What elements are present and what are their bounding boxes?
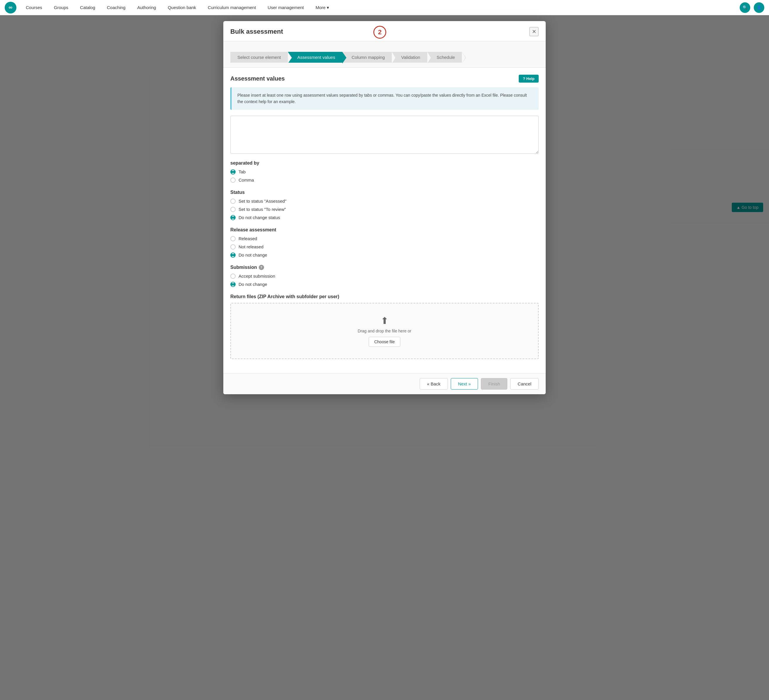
submission-info-icon[interactable]: ? — [259, 265, 264, 270]
nav-courses[interactable]: Courses — [23, 4, 45, 11]
nav-coaching[interactable]: Coaching — [105, 4, 128, 11]
drag-drop-text: Drag and drop the file here or — [237, 329, 532, 333]
modal-title: Bulk assessment — [230, 28, 283, 35]
nav-right: 🔍 👤 — [740, 2, 764, 13]
radio-do-not-change-release-circle — [230, 252, 236, 258]
back-button[interactable]: « Back — [420, 378, 448, 390]
wizard-step-column-mapping[interactable]: Column mapping — [342, 52, 392, 63]
bulk-assessment-modal: 2 Bulk assessment ✕ Select course elemen… — [223, 21, 546, 394]
nav-authoring[interactable]: Authoring — [135, 4, 158, 11]
submission-radio-group: Accept submission Do not change — [230, 273, 539, 287]
wizard-step-assessment-values[interactable]: Assessment values — [288, 52, 342, 63]
modal-close-button[interactable]: ✕ — [529, 27, 539, 36]
radio-status-assessed[interactable]: Set to status "Assessed" — [230, 199, 539, 204]
wizard-step-select-course[interactable]: Select course element — [230, 52, 288, 63]
file-upload-dropzone[interactable]: ⬆ Drag and drop the file here or Choose … — [230, 303, 539, 359]
wizard-step-schedule[interactable]: Schedule — [427, 52, 462, 63]
return-files-label: Return files (ZIP Archive with subfolder… — [230, 294, 539, 299]
section-title-text: Assessment values — [230, 75, 285, 82]
separated-by-radio-group: Tab Comma — [230, 169, 539, 183]
top-navigation: ∞ Courses Groups Catalog Coaching Author… — [0, 0, 769, 15]
separated-by-section: separated by Tab Comma — [230, 161, 539, 183]
radio-comma[interactable]: Comma — [230, 178, 539, 183]
cancel-button[interactable]: Cancel — [510, 378, 539, 390]
finish-button: Finish — [481, 378, 507, 390]
radio-status-to-review[interactable]: Set to status "To review" — [230, 207, 539, 212]
section-header: Assessment values ? Help — [230, 75, 539, 83]
step-number-indicator: 2 — [373, 26, 386, 39]
nav-catalog[interactable]: Catalog — [78, 4, 98, 11]
radio-accept-submission-circle — [230, 273, 236, 279]
radio-do-not-change-submission-circle — [230, 282, 236, 287]
modal-body: Assessment values ? Help Please insert a… — [223, 67, 546, 373]
radio-tab-circle — [230, 169, 236, 175]
release-assessment-section: Release assessment Released Not released — [230, 227, 539, 258]
nav-question-bank[interactable]: Question bank — [165, 4, 198, 11]
choose-file-button[interactable]: Choose file — [369, 337, 400, 347]
radio-not-released-circle — [230, 244, 236, 250]
search-button[interactable]: 🔍 — [740, 2, 750, 13]
nav-curriculum[interactable]: Curriculum management — [206, 4, 258, 11]
return-files-section: Return files (ZIP Archive with subfolder… — [230, 294, 539, 359]
app-logo[interactable]: ∞ — [5, 2, 16, 13]
status-section: Status Set to status "Assessed" Set to s… — [230, 190, 539, 220]
radio-assessed-circle — [230, 199, 236, 204]
modal-header: 2 Bulk assessment ✕ — [223, 21, 546, 41]
radio-not-released[interactable]: Not released — [230, 244, 539, 250]
modal-overlay: 2 Bulk assessment ✕ Select course elemen… — [0, 15, 769, 700]
submission-title-row: Submission ? — [230, 265, 539, 270]
separated-by-label: separated by — [230, 161, 539, 166]
info-box: Please insert at least one row using ass… — [230, 87, 539, 110]
wizard-step-validation[interactable]: Validation — [392, 52, 427, 63]
radio-released[interactable]: Released — [230, 236, 539, 241]
radio-tab[interactable]: Tab — [230, 169, 539, 175]
modal-footer: « Back Next » Finish Cancel — [223, 373, 546, 394]
user-avatar[interactable]: 👤 — [754, 2, 764, 13]
next-button[interactable]: Next » — [451, 378, 478, 390]
release-radio-group: Released Not released Do not change — [230, 236, 539, 258]
radio-accept-submission[interactable]: Accept submission — [230, 273, 539, 279]
wizard-navigation: Select course element Assessment values … — [223, 41, 546, 67]
upload-icon: ⬆ — [237, 315, 532, 326]
status-radio-group: Set to status "Assessed" Set to status "… — [230, 199, 539, 220]
nav-user-mgmt[interactable]: User management — [265, 4, 306, 11]
radio-do-not-change-release[interactable]: Do not change — [230, 252, 539, 258]
submission-section: Submission ? Accept submission Do not — [230, 265, 539, 287]
radio-status-do-not-change[interactable]: Do not change status — [230, 215, 539, 220]
status-label: Status — [230, 190, 539, 195]
page-background: ∞ Courses Groups Catalog Coaching Author… — [0, 0, 769, 700]
radio-comma-circle — [230, 178, 236, 183]
radio-to-review-circle — [230, 207, 236, 212]
radio-released-circle — [230, 236, 236, 241]
release-assessment-label: Release assessment — [230, 227, 539, 233]
assessment-values-textarea[interactable] — [230, 116, 539, 154]
nav-groups[interactable]: Groups — [51, 4, 71, 11]
radio-do-not-change-status-circle — [230, 215, 236, 220]
radio-do-not-change-submission[interactable]: Do not change — [230, 282, 539, 287]
help-button[interactable]: ? Help — [519, 75, 539, 83]
nav-more[interactable]: More ▾ — [313, 4, 331, 11]
